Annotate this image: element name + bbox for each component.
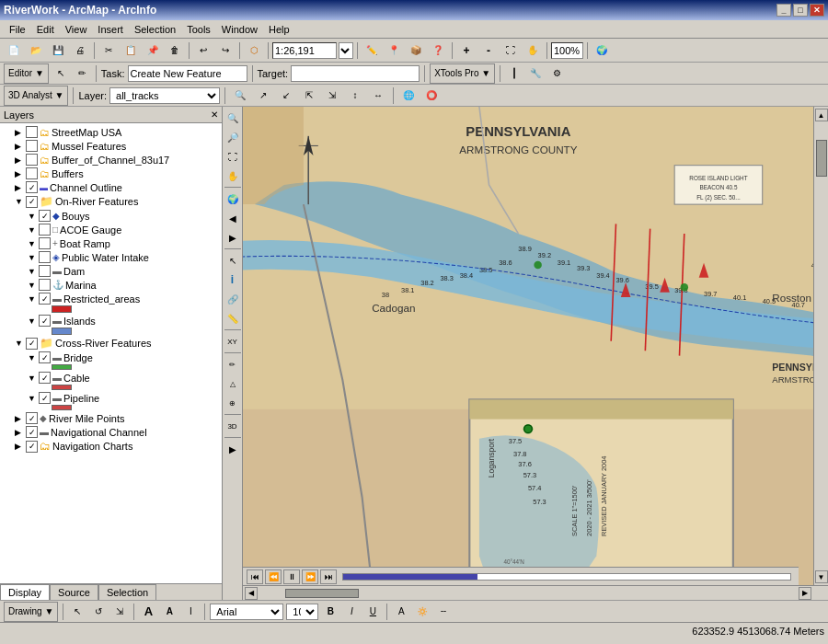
expand-streetmap[interactable]: ▶ xyxy=(15,128,24,137)
open-button[interactable]: 📂 xyxy=(26,40,46,61)
map-canvas[interactable]: 38.9 39.2 39.1 39.3 39.4 39.6 39.5 39.8 … xyxy=(243,107,813,585)
sketch-btn3[interactable]: ⚙ xyxy=(547,63,566,84)
bold-btn[interactable]: B xyxy=(321,602,339,622)
play-pause[interactable]: ⏸ xyxy=(283,569,300,584)
analyst-dropdown[interactable]: 3D Analyst ▼ xyxy=(4,86,68,106)
menu-window[interactable]: Window xyxy=(216,22,263,37)
copy-button[interactable]: 📋 xyxy=(121,40,141,61)
expand-cable[interactable]: ▼ xyxy=(28,374,37,383)
edit-tool[interactable]: ✏ xyxy=(73,63,91,84)
zoom-in-tool[interactable]: 🔍 xyxy=(224,109,242,127)
globe-tool[interactable]: 🌍 xyxy=(224,190,242,208)
layer-onriver[interactable]: ▼ 📁 On-River Features xyxy=(2,194,220,209)
check-mussel[interactable] xyxy=(26,140,38,152)
save-button[interactable]: 💾 xyxy=(48,40,68,61)
analyst-btn3[interactable]: ↙ xyxy=(276,86,296,106)
layer-boat[interactable]: ▼ + Boat Ramp xyxy=(2,236,220,250)
expand-bouys[interactable]: ▼ xyxy=(28,212,37,221)
expand-boat[interactable]: ▼ xyxy=(28,239,37,248)
font-family-select[interactable]: Arial xyxy=(210,604,283,620)
analyst-btn2[interactable]: ↗ xyxy=(253,86,273,106)
edit-vertices[interactable]: ✏️ xyxy=(362,40,382,61)
tab-selection[interactable]: Selection xyxy=(98,584,156,600)
check-acoe[interactable] xyxy=(39,224,51,236)
layer-crossriver[interactable]: ▼ 📁 Cross-River Features xyxy=(2,336,220,351)
scale-input[interactable] xyxy=(272,42,337,59)
select-features[interactable]: 📦 xyxy=(406,40,426,61)
analyst-btn9[interactable]: ⭕ xyxy=(421,86,442,106)
scroll-up[interactable]: ▲ xyxy=(815,109,828,121)
expand-navchannel[interactable]: ▶ xyxy=(15,428,24,437)
drawing-dropdown[interactable]: Drawing ▼ xyxy=(4,602,58,622)
check-marina[interactable] xyxy=(39,279,51,291)
menu-view[interactable]: View xyxy=(60,22,93,37)
layer-streetmap[interactable]: ▶ 🗂 StreetMap USA xyxy=(2,125,220,139)
check-buffers[interactable] xyxy=(26,167,38,179)
analyst-btn7[interactable]: ↔ xyxy=(368,86,388,106)
italic-btn[interactable]: I xyxy=(342,602,361,622)
expand-bridge[interactable]: ▼ xyxy=(28,353,37,362)
cut-button[interactable]: ✂ xyxy=(98,40,119,61)
text-btn[interactable]: A xyxy=(139,602,157,622)
analyst-btn5[interactable]: ⇲ xyxy=(322,86,342,106)
xtools-dropdown[interactable]: XTools Pro ▼ xyxy=(430,63,495,84)
check-boat[interactable] xyxy=(39,237,51,249)
font-style-btn[interactable]: I xyxy=(181,602,200,622)
scroll-thumb-v[interactable] xyxy=(816,140,827,177)
scroll-right[interactable]: ▶ xyxy=(799,587,811,600)
layer-mussel[interactable]: ▶ 🗂 Mussel Features xyxy=(2,139,220,153)
sketch-tool2[interactable]: △ xyxy=(224,374,242,393)
expand-onriver[interactable]: ▼ xyxy=(15,197,24,206)
check-islands[interactable] xyxy=(39,315,51,327)
check-restricted[interactable] xyxy=(39,293,51,305)
layer-dam[interactable]: ▼ ▬ Dam xyxy=(2,264,220,278)
play-fwd[interactable]: ⏩ xyxy=(302,569,318,584)
expand-dam[interactable]: ▼ xyxy=(28,267,37,276)
navigate-3d[interactable]: 3D xyxy=(224,417,242,435)
check-rivermile[interactable] xyxy=(26,412,38,424)
redo-button[interactable]: ↪ xyxy=(215,40,236,61)
check-water[interactable] xyxy=(39,251,51,263)
target-dropdown[interactable] xyxy=(291,65,420,82)
map-scrollbar-h[interactable]: ◀ ▶ xyxy=(243,585,828,600)
paste-button[interactable]: 📌 xyxy=(143,40,163,61)
menu-file[interactable]: File xyxy=(4,22,31,37)
layer-acoe[interactable]: ▼ □ ACOE Gauge xyxy=(2,223,220,236)
tab-source[interactable]: Source xyxy=(50,584,98,600)
layer-buffer83[interactable]: ▶ 🗂 Buffer_of_Channel_83u17 xyxy=(2,153,220,167)
expand-crossriver[interactable]: ▼ xyxy=(15,339,24,348)
scroll-track-h[interactable] xyxy=(258,588,799,599)
layer-buffers[interactable]: ▶ 🗂 Buffers xyxy=(2,167,220,180)
check-dam[interactable] xyxy=(39,265,51,277)
underline-btn[interactable]: U xyxy=(363,602,382,622)
play-btn[interactable]: ▶ xyxy=(224,440,242,458)
zoom-out[interactable]: - xyxy=(478,40,499,61)
expand-channel[interactable]: ▶ xyxy=(15,183,24,192)
check-pipeline[interactable] xyxy=(39,392,51,404)
globe-button[interactable]: 🌍 xyxy=(592,40,612,61)
zoom-level[interactable] xyxy=(551,42,583,59)
fwd-extent[interactable]: ▶ xyxy=(224,228,242,247)
maximize-button[interactable]: □ xyxy=(793,4,808,17)
menu-selection[interactable]: Selection xyxy=(129,22,181,37)
play-next[interactable]: ⏭ xyxy=(320,569,337,584)
check-navcharts[interactable] xyxy=(26,441,38,453)
layer-rivermile[interactable]: ▶ ◆ River Mile Points xyxy=(2,411,220,425)
layer-marina[interactable]: ▼ ⚓ Marina xyxy=(2,278,220,292)
scale-dropdown[interactable] xyxy=(339,42,353,59)
pan[interactable]: ✋ xyxy=(523,40,543,61)
new-button[interactable]: 📄 xyxy=(4,40,24,61)
scroll-left[interactable]: ◀ xyxy=(245,587,258,600)
hyperlink-tool[interactable]: 🔗 xyxy=(224,290,242,308)
expand-marina[interactable]: ▼ xyxy=(28,281,37,290)
check-crossriver[interactable] xyxy=(26,338,38,350)
scroll-thumb-h[interactable] xyxy=(285,589,359,598)
zoom-full[interactable]: ⛶ xyxy=(500,40,521,61)
sketch-tool3[interactable]: ⊕ xyxy=(224,394,242,412)
layer-restricted[interactable]: ▼ ▬ Restricted_areas xyxy=(2,292,220,305)
delete-button[interactable]: 🗑 xyxy=(165,40,185,61)
expand-buffer83[interactable]: ▶ xyxy=(15,155,24,165)
measure-tool[interactable]: 📏 xyxy=(224,309,242,328)
expand-acoe[interactable]: ▼ xyxy=(28,225,37,235)
check-bridge[interactable] xyxy=(39,351,51,363)
